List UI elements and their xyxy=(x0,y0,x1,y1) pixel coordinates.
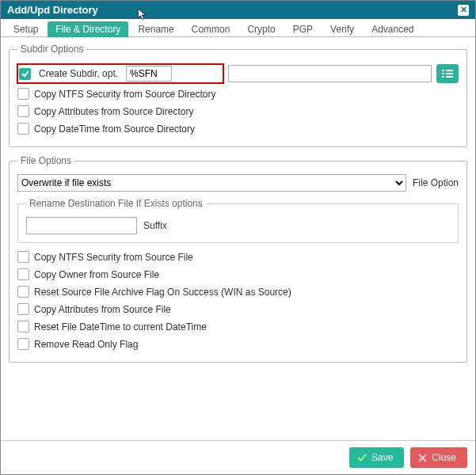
create-subdir-path-input[interactable] xyxy=(228,65,432,82)
copy-ntfs-file-checkbox[interactable] xyxy=(17,251,29,263)
copy-dt-dir-checkbox[interactable] xyxy=(17,123,29,135)
svg-rect-3 xyxy=(442,73,444,74)
svg-rect-6 xyxy=(446,76,453,78)
copy-owner-file-checkbox[interactable] xyxy=(17,268,29,280)
close-button-label: Close xyxy=(432,452,456,463)
tab-file-directory[interactable]: File & Directory xyxy=(48,21,128,37)
file-option-select[interactable]: Overwrite if file exists xyxy=(17,174,406,192)
window-title: Add/Upd Directory xyxy=(7,4,98,16)
save-button-label: Save xyxy=(371,452,393,463)
create-subdir-checkbox[interactable] xyxy=(19,68,31,80)
copy-ntfs-dir-checkbox[interactable] xyxy=(17,88,29,100)
browse-button[interactable] xyxy=(436,64,459,83)
svg-rect-1 xyxy=(442,70,444,71)
list-icon xyxy=(442,69,453,78)
subdir-options-group: Subdir Options Create Subdir, opt. xyxy=(9,44,467,147)
copy-ntfs-dir-label: Copy NTFS Security from Source Directory xyxy=(34,89,215,100)
reset-archive-checkbox[interactable] xyxy=(17,286,29,298)
copy-attr-dir-label: Copy Attributes from Source Directory xyxy=(34,106,193,117)
reset-dt-label: Reset File DateTime to current DateTime xyxy=(34,321,207,332)
tab-rename[interactable]: Rename xyxy=(130,21,181,37)
tab-crypto[interactable]: Crypto xyxy=(239,21,283,37)
suffix-label: Suffix xyxy=(143,220,167,231)
copy-attr-dir-checkbox[interactable] xyxy=(17,105,29,117)
tab-advanced[interactable]: Advanced xyxy=(364,21,421,37)
footer: Save Close xyxy=(1,440,475,474)
save-button[interactable]: Save xyxy=(349,447,404,468)
suffix-input[interactable] xyxy=(26,217,137,234)
copy-owner-file-label: Copy Owner from Source File xyxy=(34,269,159,280)
create-subdir-opt-input[interactable] xyxy=(126,66,172,82)
tab-pgp[interactable]: PGP xyxy=(285,21,321,37)
copy-attr-file-checkbox[interactable] xyxy=(17,303,29,315)
tab-bar: Setup File & Directory Rename Common Cry… xyxy=(1,19,475,37)
remove-ro-checkbox[interactable] xyxy=(17,338,29,350)
file-options-group: File Options Overwrite if file exists Fi… xyxy=(9,155,467,363)
rename-dest-legend: Rename Destination File If Exists option… xyxy=(26,198,206,209)
tab-common[interactable]: Common xyxy=(184,21,238,37)
check-icon xyxy=(357,453,367,462)
file-options-legend: File Options xyxy=(17,155,74,166)
reset-dt-checkbox[interactable] xyxy=(17,321,29,332)
close-button[interactable]: Close xyxy=(410,447,467,468)
file-option-label: File Option xyxy=(413,177,459,188)
x-icon xyxy=(418,454,427,462)
tab-verify[interactable]: Verify xyxy=(322,21,362,37)
tab-setup[interactable]: Setup xyxy=(6,21,46,37)
svg-rect-4 xyxy=(446,73,453,74)
titlebar: Add/Upd Directory ✕ xyxy=(1,1,475,19)
svg-rect-5 xyxy=(442,76,444,78)
subdir-legend: Subdir Options xyxy=(17,44,86,55)
copy-attr-file-label: Copy Attributes from Source File xyxy=(34,304,171,315)
create-subdir-label: Create Subdir, opt. xyxy=(39,68,118,79)
copy-ntfs-file-label: Copy NTFS Security from Source File xyxy=(34,252,193,263)
create-subdir-highlight: Create Subdir, opt. xyxy=(17,64,223,83)
titlebar-close-button[interactable]: ✕ xyxy=(458,5,469,16)
reset-archive-label: Reset Source File Archive Flag On Succes… xyxy=(34,287,291,298)
rename-dest-group: Rename Destination File If Exists option… xyxy=(17,198,459,243)
remove-ro-label: Remove Read Only Flag xyxy=(34,339,138,350)
svg-rect-2 xyxy=(446,70,453,71)
copy-dt-dir-label: Copy DateTime from Source Directory xyxy=(34,124,195,135)
